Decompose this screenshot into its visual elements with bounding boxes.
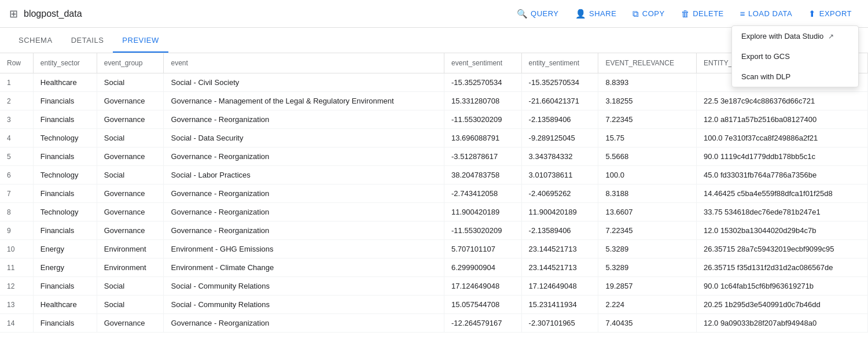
cell-row: 10 xyxy=(0,240,33,259)
cell-entity_sector: Financials xyxy=(33,92,97,110)
query-label: QUERY xyxy=(531,9,559,18)
cell-event_group: Environment xyxy=(97,240,164,259)
cell-row: 11 xyxy=(0,259,33,277)
explore-data-studio-label: Explore with Data Studio xyxy=(741,32,823,40)
col-header-entity-sentiment: entity_sentiment xyxy=(521,53,598,73)
cell-row: 14 xyxy=(0,314,33,333)
header-title-area: ⊞ blogpost_data xyxy=(9,8,510,20)
cell-event_group: Governance xyxy=(97,203,164,222)
table-row: 3FinancialsGovernanceGovernance - Reorga… xyxy=(0,110,868,129)
copy-button[interactable]: ⧉ COPY xyxy=(626,5,671,23)
scan-dlp-item[interactable]: Scan with DLP xyxy=(732,67,858,87)
cell-entity_sentiment: 23.144521713 xyxy=(521,259,598,277)
tab-preview[interactable]: PREVIEW xyxy=(113,29,168,53)
cell-entity_sentiment: -21.660421371 xyxy=(521,92,598,110)
cell-entity_sector: Energy xyxy=(33,259,97,277)
table-row: 6TechnologySocialSocial - Labor Practice… xyxy=(0,166,868,184)
load-data-button[interactable]: ≡ LOAD DATA xyxy=(733,5,800,22)
cell-event: Governance - Reorganization xyxy=(164,314,444,333)
cell-entity_sector: Financials xyxy=(33,277,97,296)
tab-details[interactable]: DETAILS xyxy=(62,29,113,53)
cell-row: 6 xyxy=(0,166,33,184)
cell-event_group: Environment xyxy=(97,259,164,277)
share-button[interactable]: 👤 SHARE xyxy=(568,5,624,23)
cell-row: 1 xyxy=(0,73,33,92)
cell-event_group: Social xyxy=(97,73,164,92)
cell-event_group: Governance xyxy=(97,184,164,203)
cell-row: 9 xyxy=(0,222,33,240)
cell-event_sentiment: 6.299900904 xyxy=(444,259,522,277)
cell-entity_relev: 26.35715 f35d131f2d31d2ac086567de xyxy=(696,259,867,277)
cell-row: 3 xyxy=(0,110,33,129)
share-label: SHARE xyxy=(589,9,616,18)
table-body: 1HealthcareSocialSocial - Civil Society-… xyxy=(0,73,868,333)
cell-event_sentiment: 13.696088791 xyxy=(444,129,522,147)
cell-entity_relev: 20.25 1b295d3e540991d0c7b46dd xyxy=(696,296,867,314)
cell-entity_sector: Financials xyxy=(33,147,97,166)
cell-event: Environment - Climate Change xyxy=(164,259,444,277)
cell-event: Governance - Reorganization xyxy=(164,203,444,222)
cell-entity_relev: 90.0 1c64fab15cf6bf963619271b xyxy=(696,277,867,296)
export-icon: ⬆ xyxy=(808,9,816,19)
page-title: blogpost_data xyxy=(24,9,82,19)
cell-event: Governance - Reorganization xyxy=(164,222,444,240)
cell-entity_sector: Financials xyxy=(33,110,97,129)
header-actions: 🔍 QUERY 👤 SHARE ⧉ COPY 🗑 DELETE ≡ LOAD D… xyxy=(510,5,859,23)
table-row: 10EnergyEnvironmentEnvironment - GHG Emi… xyxy=(0,240,868,259)
cell-entity_relev: 90.0 1119c4d1779ddb178bb5c1c xyxy=(696,147,867,166)
cell-entity_sentiment: 23.144521713 xyxy=(521,240,598,259)
cell-event_sentiment: 5.707101107 xyxy=(444,240,522,259)
cell-entity_sentiment: -15.352570534 xyxy=(521,73,598,92)
cell-event_group: Social xyxy=(97,277,164,296)
table-row: 7FinancialsGovernanceGovernance - Reorga… xyxy=(0,184,868,203)
cell-row: 7 xyxy=(0,184,33,203)
cell-row: 13 xyxy=(0,296,33,314)
export-button[interactable]: ⬆ EXPORT xyxy=(801,5,859,23)
cell-event_group: Social xyxy=(97,296,164,314)
cell-event_relevance: 13.6607 xyxy=(598,203,697,222)
table-row: 14FinancialsGovernanceGovernance - Reorg… xyxy=(0,314,868,333)
cell-event_relevance: 3.18255 xyxy=(598,92,697,110)
cell-event_sentiment: -11.553020209 xyxy=(444,222,522,240)
cell-row: 8 xyxy=(0,203,33,222)
cell-entity_sector: Financials xyxy=(33,222,97,240)
delete-button[interactable]: 🗑 DELETE xyxy=(674,5,731,22)
cell-event: Social - Community Relations xyxy=(164,296,444,314)
cell-event_group: Social xyxy=(97,166,164,184)
share-icon: 👤 xyxy=(575,9,587,19)
col-header-event-sentiment: event_sentiment xyxy=(444,53,522,73)
cell-event_sentiment: 17.124649048 xyxy=(444,277,522,296)
delete-label: DELETE xyxy=(693,9,724,18)
cell-event_sentiment: -12.264579167 xyxy=(444,314,522,333)
cell-event_group: Governance xyxy=(97,110,164,129)
load-data-icon: ≡ xyxy=(740,9,745,19)
cell-event_sentiment: -15.352570534 xyxy=(444,73,522,92)
tab-schema[interactable]: SCHEMA xyxy=(9,29,62,53)
cell-entity_sector: Healthcare xyxy=(33,73,97,92)
cell-entity_sentiment: -9.289125045 xyxy=(521,129,598,147)
cell-event_sentiment: -2.743412058 xyxy=(444,184,522,203)
query-button[interactable]: 🔍 QUERY xyxy=(510,5,566,23)
cell-entity_relev: 14.46425 c5ba4e559f88dfca1f01f25d8 xyxy=(696,184,867,203)
cell-entity_sentiment: 15.231411934 xyxy=(521,296,598,314)
explore-data-studio-item[interactable]: Explore with Data Studio ↗ xyxy=(732,26,858,46)
cell-entity_relev: 33.75 534618dec76ede781b247e1 xyxy=(696,203,867,222)
table-row: 13HealthcareSocialSocial - Community Rel… xyxy=(0,296,868,314)
cell-event_sentiment: 15.057544708 xyxy=(444,296,522,314)
cell-row: 2 xyxy=(0,92,33,110)
export-gcs-item[interactable]: Export to GCS xyxy=(732,46,858,67)
cell-entity_sentiment: -2.13589406 xyxy=(521,110,598,129)
query-icon: 🔍 xyxy=(517,9,528,19)
cell-event: Social - Data Security xyxy=(164,129,444,147)
load-data-label: LOAD DATA xyxy=(748,9,792,18)
cell-event_relevance: 15.75 xyxy=(598,129,697,147)
cell-entity_sentiment: 11.900420189 xyxy=(521,203,598,222)
cell-entity_sentiment: -2.13589406 xyxy=(521,222,598,240)
cell-entity_relev: 26.35715 28a7c59432019ecbf9099c95 xyxy=(696,240,867,259)
cell-entity_relev: 45.0 fd33031fb764a7786a7356be xyxy=(696,166,867,184)
cell-event_sentiment: 15.331280708 xyxy=(444,92,522,110)
cell-event_relevance: 2.224 xyxy=(598,296,697,314)
cell-event: Governance - Reorganization xyxy=(164,110,444,129)
cell-entity_relev: 100.0 7e310f37cca8f249886a2f21 xyxy=(696,129,867,147)
table-row: 8TechnologyGovernanceGovernance - Reorga… xyxy=(0,203,868,222)
